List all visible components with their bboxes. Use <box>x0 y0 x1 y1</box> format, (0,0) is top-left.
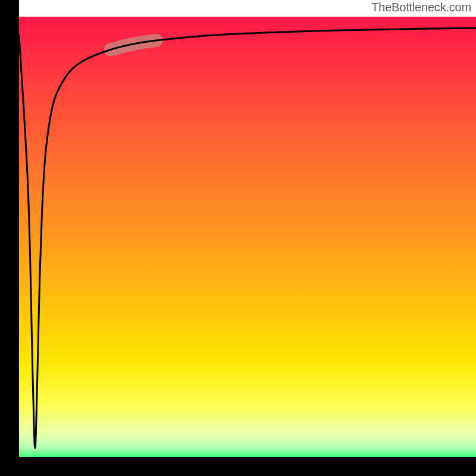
y-axis <box>0 0 19 476</box>
chart-container: TheBottleneck.com <box>0 0 476 476</box>
bottleneck-curve <box>19 28 476 448</box>
attribution-label: TheBottleneck.com <box>371 1 471 14</box>
curve-group <box>19 28 476 448</box>
chart-svg <box>19 0 476 476</box>
